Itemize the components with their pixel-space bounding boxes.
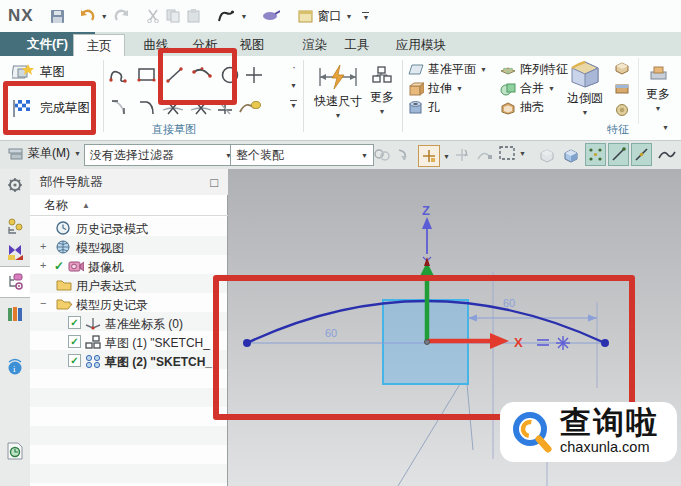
tab-analysis[interactable]: 分析 [181,34,229,56]
paste-button[interactable] [187,9,201,23]
checkbox-checked[interactable]: ✓ [68,335,81,348]
unite-dropdown[interactable]: ▼ [548,85,555,92]
rapid-dimension-dropdown[interactable]: ▼ [308,112,368,119]
arc-tool-button[interactable] [190,62,216,88]
snap-point-menu-button[interactable]: ▼ [418,145,450,167]
more-sketch-button[interactable]: 更多 ▼ [366,60,398,126]
snap-point-toggle[interactable] [418,145,440,167]
tree-row-datum-csys[interactable]: ✓ 基准坐标系 (0) [30,314,227,333]
snap-point-dropdown[interactable]: ▼ [443,153,450,160]
select-handles-button[interactable] [394,145,414,165]
more-sketch-dropdown[interactable]: ▼ [366,108,398,115]
extrude-button[interactable]: 拉伸 ▼ [408,80,463,97]
reuse-library-tab[interactable] [5,304,25,324]
tree-row-sketch-1[interactable]: ✓ 草图 (1) "SKETCH_ [30,333,227,352]
point-tool-button[interactable] [242,62,266,88]
tab-tools[interactable]: 工具 [333,34,381,56]
tree-row-history-mode[interactable]: 历史记录模式 [30,219,227,238]
constraint-navigator-tab[interactable] [5,242,25,262]
hole-button[interactable]: 孔 [408,99,440,116]
dimension-value-right[interactable]: 60 [503,297,515,309]
direct-sketch-overflow-dropdown[interactable]: ▼ [290,82,297,89]
chamfer-tool-button[interactable] [134,94,160,120]
window-menu-dropdown[interactable]: ▼ [346,13,353,20]
direct-sketch-overflow-dot[interactable]: · [292,60,296,74]
window-menu-button[interactable]: 窗口 ▼ [298,8,353,25]
find-component-button[interactable] [372,145,392,165]
end-point-button[interactable] [474,145,494,165]
curve-tool-dropdown[interactable]: ▼ [241,13,248,20]
style-brush-button[interactable] [262,10,280,22]
draft-feature-button[interactable] [612,79,632,98]
thread-feature-button[interactable] [612,100,632,119]
chamfer-feature-button[interactable] [612,58,632,77]
sketch-button[interactable]: 草图 [12,62,65,82]
cut-button[interactable] [146,9,160,23]
checkbox-checked[interactable]: ✓ [68,354,81,367]
edge-blend-button[interactable]: 边倒圆 ▼ [562,58,608,124]
rectangle-tool-button[interactable] [134,62,160,88]
panel-pin-button[interactable]: □ [210,175,218,190]
datum-plane-button[interactable]: 基准平面 ▼ [408,61,487,78]
snap-enable-scene-dots-button[interactable] [585,143,606,166]
tree-row-model-history[interactable]: − 模型历史记录 [30,295,227,314]
web-browser-tab[interactable]: i [5,357,25,377]
expander-icon[interactable]: + [40,240,46,252]
tree-row-model-views[interactable]: + 模型视图 [30,238,227,257]
shell-button[interactable]: 抽壳 [500,99,544,116]
snap-endpoint-button[interactable] [608,143,629,166]
expander-icon[interactable]: + [40,259,46,271]
copy-button[interactable] [166,9,181,23]
quick-trim-button[interactable] [160,94,186,120]
checkbox-checked[interactable]: ✓ [68,316,81,329]
more-feature-button[interactable]: 更多 ▼ [638,58,677,124]
datum-plane-dropdown[interactable]: ▼ [480,66,487,73]
edge-blend-dropdown[interactable]: ▼ [562,109,608,116]
part-navigator-tab[interactable] [5,271,25,291]
quick-extend-button[interactable] [188,94,214,120]
name-column-header[interactable]: 名称 ▲ [30,195,228,216]
expander-icon[interactable]: − [40,297,46,309]
direct-sketch-gallery-dropdown[interactable]: ▼ [290,100,297,109]
menu-button[interactable]: 菜单(M) ▼ [8,145,81,162]
tab-application[interactable]: 应用模块 [381,34,461,56]
history-tab[interactable] [5,441,25,461]
origin-point[interactable] [425,340,430,345]
arc-endpoint[interactable] [601,339,609,347]
undo-button[interactable] [79,9,95,23]
more-feature-dropdown[interactable]: ▼ [639,105,677,112]
pattern-feature-button[interactable]: 阵列特征 [500,61,568,78]
rapid-dimension-button[interactable]: 快速尺寸 ▼ [308,60,368,126]
arc-endpoint[interactable] [243,339,251,347]
tab-view[interactable]: 视图 [229,34,275,56]
work-view-button[interactable] [560,144,582,166]
roles-tab[interactable] [6,176,24,194]
assembly-navigator-tab[interactable] [5,217,25,237]
feature-dialog-launcher[interactable]: ▼ [662,124,669,131]
tree-row-user-expressions[interactable]: 用户表达式 [30,276,227,295]
undo-dropdown[interactable]: ▼ [101,13,108,20]
tab-curve[interactable]: 曲线 [131,34,181,56]
curve-tool-button[interactable] [217,9,235,23]
qat-customize-dropdown[interactable]: ▼ [362,12,369,21]
line-tool-button[interactable] [162,62,188,88]
tree-row-sketch-2[interactable]: ✓ 草图 (2) "SKETCH_ [30,352,227,371]
tab-home[interactable]: 主页 [73,34,125,57]
redo-button[interactable] [114,9,130,23]
shaded-view-button[interactable] [536,144,558,166]
selection-filter-dropdown[interactable]: 没有选择过滤器 ▼ [84,144,238,166]
make-corner-button[interactable] [214,94,236,120]
fillet-tool-button[interactable] [106,94,132,120]
snap-midpoint-button[interactable] [631,143,652,166]
dimension-value-left[interactable]: 60 [325,327,337,339]
tree-row-cameras[interactable]: + ✓ 摄像机 [30,257,227,276]
snap-on-curve-button[interactable] [656,143,678,166]
save-button[interactable] [50,9,65,24]
profile-tool-button[interactable] [106,62,132,88]
extrude-dropdown[interactable]: ▼ [456,85,463,92]
sketch-constraints-button[interactable] [236,94,264,120]
circle-tool-button[interactable] [218,62,242,88]
finish-sketch-button[interactable]: 完成草图 [12,98,90,118]
point-on-curve-button[interactable] [452,145,472,165]
unite-button[interactable]: 合并 ▼ [500,80,555,97]
